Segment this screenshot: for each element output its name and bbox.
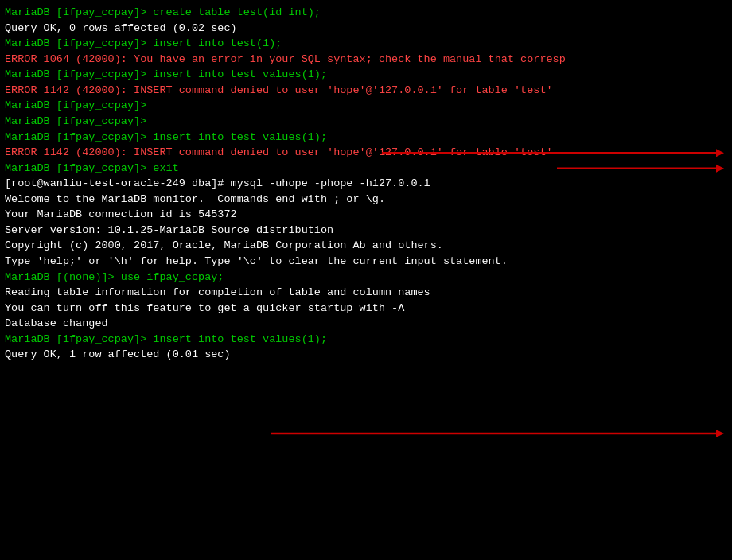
terminal-line-8: MariaDB [ifpay_ccpay]>: [5, 114, 727, 130]
terminal-line-1: Query OK, 0 rows affected (0.02 sec): [5, 21, 727, 37]
terminal-content: MariaDB [ifpay_ccpay]> create table test…: [5, 5, 727, 363]
terminal-line-15: Server version: 10.1.25-MariaDB Source d…: [5, 223, 727, 239]
terminal-line-9: MariaDB [ifpay_ccpay]> insert into test …: [5, 130, 727, 146]
terminal-line-0: MariaDB [ifpay_ccpay]> create table test…: [5, 5, 727, 21]
terminal-line-10: ERROR 1142 (42000): INSERT command denie…: [5, 145, 727, 161]
terminal-line-27: Query OK, 1 row affected (0.01 sec): [5, 347, 727, 363]
terminal-line-5: MariaDB [ifpay_ccpay]> insert into test …: [5, 67, 727, 83]
terminal-line-13: Welcome to the MariaDB monitor. Commands…: [5, 192, 727, 208]
terminal-line-21: MariaDB [(none)]> use ifpay_ccpay;: [5, 270, 727, 286]
terminal-line-12: [root@wanliu-test-oracle-249 dba]# mysql…: [5, 176, 727, 192]
terminal-line-22: Reading table information for completion…: [5, 285, 727, 301]
terminal-line-25: Database changed: [5, 316, 727, 332]
terminal-line-11: MariaDB [ifpay_ccpay]> exit: [5, 161, 727, 177]
terminal-line-4: ERROR 1064 (42000): You have an error in…: [5, 52, 727, 68]
terminal-line-23: You can turn off this feature to get a q…: [5, 301, 727, 317]
terminal-line-14: Your MariaDB connection id is 545372: [5, 207, 727, 223]
svg-marker-5: [716, 430, 724, 438]
terminal-line-3: MariaDB [ifpay_ccpay]> insert into test(…: [5, 36, 727, 52]
terminal-line-17: Copyright (c) 2000, 2017, Oracle, MariaD…: [5, 238, 727, 254]
terminal-line-19: Type 'help;' or '\h' for help. Type '\c'…: [5, 254, 727, 270]
terminal-window: MariaDB [ifpay_ccpay]> create table test…: [0, 0, 732, 560]
terminal-line-7: MariaDB [ifpay_ccpay]>: [5, 98, 727, 114]
terminal-line-26: MariaDB [ifpay_ccpay]> insert into test …: [5, 332, 727, 348]
terminal-line-6: ERROR 1142 (42000): INSERT command denie…: [5, 83, 727, 99]
